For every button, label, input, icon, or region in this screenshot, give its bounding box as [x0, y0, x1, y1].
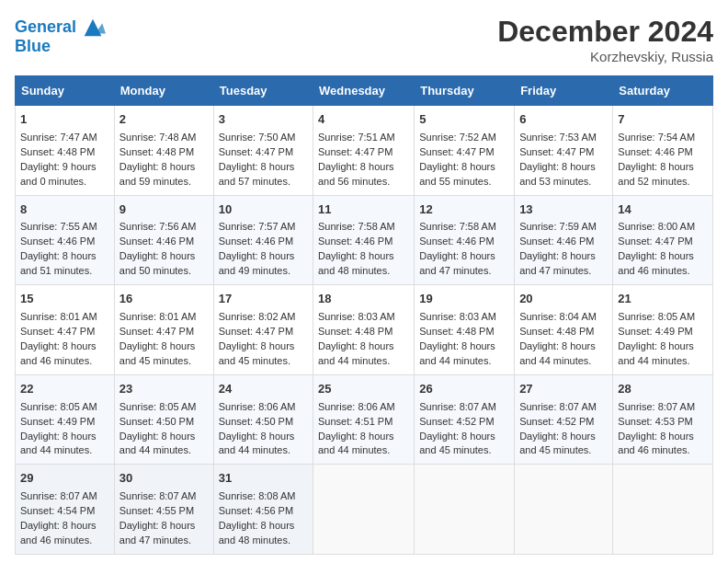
sunrise-label: Sunrise: 8:03 AM	[318, 311, 395, 322]
calendar-cell: 1Sunrise: 7:47 AMSunset: 4:48 PMDaylight…	[16, 106, 115, 196]
sunrise-label: Sunrise: 8:05 AM	[618, 311, 695, 322]
sunrise-label: Sunrise: 8:08 AM	[219, 490, 296, 501]
sunrise-label: Sunrise: 8:03 AM	[419, 311, 496, 322]
day-number: 21	[618, 291, 708, 308]
calendar-cell: 5Sunrise: 7:52 AMSunset: 4:47 PMDaylight…	[415, 106, 515, 196]
calendar-cell: 13Sunrise: 7:59 AMSunset: 4:46 PMDayligh…	[515, 195, 613, 285]
sunset-label: Sunset: 4:47 PM	[219, 146, 293, 157]
day-number: 23	[119, 381, 209, 398]
sunset-label: Sunset: 4:48 PM	[519, 326, 594, 337]
sunrise-label: Sunrise: 7:52 AM	[419, 132, 496, 143]
sunrise-label: Sunrise: 7:55 AM	[20, 221, 97, 232]
day-number: 18	[318, 291, 409, 308]
daylight-label: Daylight: 8 hours and 44 minutes.	[219, 431, 295, 456]
sunset-label: Sunset: 4:46 PM	[219, 236, 293, 247]
sunrise-label: Sunrise: 8:07 AM	[519, 401, 597, 412]
day-number: 1	[20, 111, 109, 129]
calendar-cell: 21Sunrise: 8:05 AMSunset: 4:49 PMDayligh…	[613, 285, 713, 375]
day-header-wednesday: Wednesday	[313, 76, 415, 106]
sunrise-label: Sunrise: 7:59 AM	[519, 221, 597, 232]
daylight-label: Daylight: 8 hours and 47 minutes.	[419, 250, 495, 276]
sunset-label: Sunset: 4:51 PM	[318, 416, 392, 427]
calendar-cell: 8Sunrise: 7:55 AMSunset: 4:46 PMDaylight…	[16, 195, 115, 285]
daylight-label: Daylight: 8 hours and 45 minutes.	[119, 340, 196, 366]
daylight-label: Daylight: 8 hours and 53 minutes.	[519, 161, 596, 187]
calendar-cell: 30Sunrise: 8:07 AMSunset: 4:55 PMDayligh…	[114, 465, 213, 555]
daylight-label: Daylight: 8 hours and 44 minutes.	[618, 340, 694, 366]
daylight-label: Daylight: 8 hours and 46 minutes.	[618, 431, 694, 456]
sunrise-label: Sunrise: 8:07 AM	[419, 401, 496, 412]
daylight-label: Daylight: 8 hours and 52 minutes.	[618, 161, 694, 187]
svg-marker-0	[85, 19, 102, 37]
sunrise-label: Sunrise: 8:00 AM	[618, 221, 695, 232]
sunrise-label: Sunrise: 7:53 AM	[519, 132, 597, 143]
daylight-label: Daylight: 8 hours and 44 minutes.	[20, 431, 97, 456]
sunset-label: Sunset: 4:46 PM	[119, 236, 194, 247]
calendar-cell: 19Sunrise: 8:03 AMSunset: 4:48 PMDayligh…	[415, 285, 515, 375]
day-number: 22	[20, 381, 109, 398]
daylight-label: Daylight: 8 hours and 46 minutes.	[20, 340, 97, 366]
daylight-label: Daylight: 8 hours and 59 minutes.	[119, 161, 196, 187]
day-number: 10	[219, 201, 308, 219]
sunrise-label: Sunrise: 7:50 AM	[219, 132, 296, 143]
calendar-cell: 18Sunrise: 8:03 AMSunset: 4:48 PMDayligh…	[313, 285, 415, 375]
sunrise-label: Sunrise: 8:06 AM	[318, 401, 395, 412]
calendar-cell: 6Sunrise: 7:53 AMSunset: 4:47 PMDaylight…	[515, 106, 613, 196]
daylight-label: Daylight: 8 hours and 57 minutes.	[219, 161, 295, 187]
calendar-cell	[415, 465, 515, 555]
title-block: December 2024 Korzhevskiy, Russia	[497, 15, 713, 64]
day-number: 29	[20, 470, 109, 488]
sunset-label: Sunset: 4:46 PM	[419, 236, 494, 247]
calendar-header-row: SundayMondayTuesdayWednesdayThursdayFrid…	[16, 76, 713, 106]
calendar-cell: 23Sunrise: 8:05 AMSunset: 4:50 PMDayligh…	[114, 374, 213, 465]
day-number: 8	[20, 201, 109, 219]
calendar-cell: 20Sunrise: 8:04 AMSunset: 4:48 PMDayligh…	[515, 285, 613, 375]
sunset-label: Sunset: 4:47 PM	[519, 146, 594, 157]
calendar-cell: 31Sunrise: 8:08 AMSunset: 4:56 PMDayligh…	[213, 465, 313, 555]
calendar-cell: 14Sunrise: 8:00 AMSunset: 4:47 PMDayligh…	[613, 195, 713, 285]
sunset-label: Sunset: 4:52 PM	[519, 416, 594, 427]
sunset-label: Sunset: 4:47 PM	[419, 146, 494, 157]
calendar-table: SundayMondayTuesdayWednesdayThursdayFrid…	[15, 75, 713, 555]
sunset-label: Sunset: 4:54 PM	[20, 505, 95, 516]
daylight-label: Daylight: 8 hours and 44 minutes.	[318, 340, 394, 366]
calendar-cell: 26Sunrise: 8:07 AMSunset: 4:52 PMDayligh…	[415, 374, 515, 465]
calendar-week-row: 15Sunrise: 8:01 AMSunset: 4:47 PMDayligh…	[16, 285, 713, 375]
day-number: 26	[419, 381, 509, 398]
sunset-label: Sunset: 4:46 PM	[318, 236, 392, 247]
daylight-label: Daylight: 8 hours and 55 minutes.	[419, 161, 495, 187]
daylight-label: Daylight: 8 hours and 48 minutes.	[219, 520, 295, 546]
daylight-label: Daylight: 8 hours and 44 minutes.	[119, 431, 196, 456]
calendar-week-row: 8Sunrise: 7:55 AMSunset: 4:46 PMDaylight…	[16, 195, 713, 285]
logo-icon	[80, 15, 106, 40]
sunrise-label: Sunrise: 8:07 AM	[618, 401, 695, 412]
daylight-label: Daylight: 8 hours and 47 minutes.	[119, 520, 196, 546]
day-number: 30	[119, 470, 209, 488]
day-number: 27	[519, 381, 608, 398]
daylight-label: Daylight: 8 hours and 48 minutes.	[318, 250, 394, 276]
sunrise-label: Sunrise: 8:01 AM	[20, 311, 97, 322]
sunset-label: Sunset: 4:48 PM	[318, 326, 392, 337]
calendar-week-row: 22Sunrise: 8:05 AMSunset: 4:49 PMDayligh…	[16, 374, 713, 465]
daylight-label: Daylight: 8 hours and 56 minutes.	[318, 161, 394, 187]
calendar-cell	[313, 465, 415, 555]
sunset-label: Sunset: 4:53 PM	[618, 416, 692, 427]
sunset-label: Sunset: 4:48 PM	[119, 146, 194, 157]
calendar-week-row: 1Sunrise: 7:47 AMSunset: 4:48 PMDaylight…	[16, 106, 713, 196]
day-number: 28	[618, 381, 708, 398]
day-number: 5	[419, 111, 509, 129]
daylight-label: Daylight: 8 hours and 46 minutes.	[20, 520, 97, 546]
sunset-label: Sunset: 4:50 PM	[219, 416, 293, 427]
logo-text: General	[15, 18, 76, 37]
sunrise-label: Sunrise: 7:58 AM	[318, 221, 395, 232]
sunrise-label: Sunrise: 8:05 AM	[20, 401, 97, 412]
sunrise-label: Sunrise: 7:58 AM	[419, 221, 496, 232]
day-number: 14	[618, 201, 708, 219]
sunset-label: Sunset: 4:46 PM	[618, 146, 692, 157]
calendar-cell	[515, 465, 613, 555]
daylight-label: Daylight: 8 hours and 45 minutes.	[419, 431, 495, 456]
day-number: 15	[20, 291, 109, 308]
day-number: 24	[219, 381, 308, 398]
day-number: 11	[318, 201, 409, 219]
sunset-label: Sunset: 4:46 PM	[20, 236, 95, 247]
